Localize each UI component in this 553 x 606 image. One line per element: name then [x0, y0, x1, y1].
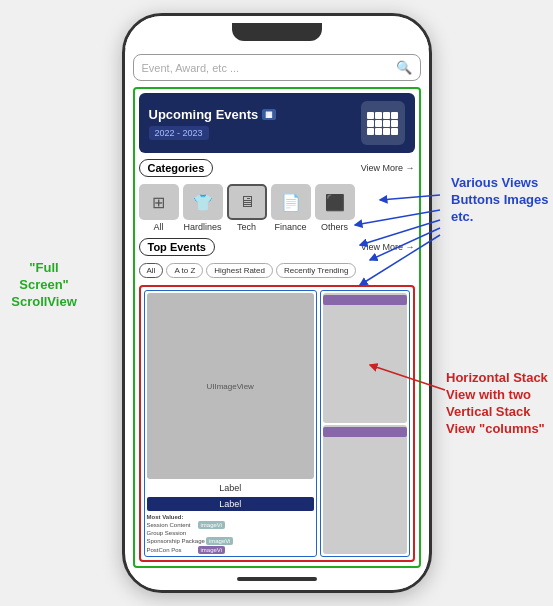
upcoming-years: 2022 - 2023	[149, 126, 209, 140]
cat-icon-all: ⊞	[139, 184, 179, 220]
filter-a-to-z[interactable]: A to Z	[166, 263, 203, 278]
phone-top	[125, 16, 429, 48]
cat-item-tech[interactable]: 🖥 Tech	[227, 184, 267, 232]
annotation-various-views: Various Views Buttons Images etc.	[451, 175, 551, 226]
screen: Event, Award, etc ... 🔍 Upcoming Events …	[125, 48, 429, 568]
categories-view-more[interactable]: View More →	[361, 163, 415, 173]
cat-item-finance[interactable]: 📄 Finance	[271, 184, 311, 232]
annotation-horizontal-stack: Horizontal Stack View with two Vertical …	[446, 370, 551, 438]
cat-icon-hardlines: 👕	[183, 184, 223, 220]
mini-tag-row-3: Sponsorship Package imageVi	[147, 537, 314, 545]
mini-tag-row-2: Group Session	[147, 530, 314, 536]
phone-bottom	[125, 568, 429, 590]
cat-item-all[interactable]: ⊞ All	[139, 184, 179, 232]
mini-tag-name-1: Session Content	[147, 522, 197, 528]
filter-row: All A to Z Highest Rated Recently Trendi…	[139, 263, 415, 278]
search-input[interactable]: Event, Award, etc ...	[142, 62, 396, 74]
calendar-icon	[361, 101, 405, 145]
right-card-1	[323, 293, 407, 423]
right-card-label-2	[323, 427, 407, 437]
upcoming-title: Upcoming Events ▦	[149, 107, 277, 122]
mini-tag-name-3: Sponsorship Package	[147, 538, 205, 544]
top-events-button[interactable]: Top Events	[139, 238, 215, 256]
ui-image-view-left: UIImageView	[147, 293, 314, 479]
top-events-view-more[interactable]: View More →	[361, 242, 415, 252]
search-bar[interactable]: Event, Award, etc ... 🔍	[133, 54, 421, 81]
calendar-grid	[367, 112, 398, 135]
right-card-label-1	[323, 295, 407, 305]
cat-label-finance: Finance	[274, 222, 306, 232]
upcoming-events-banner: Upcoming Events ▦ 2022 - 2023	[139, 93, 415, 153]
cat-label-all: All	[153, 222, 163, 232]
filter-all[interactable]: All	[139, 263, 164, 278]
cat-icon-finance: 📄	[271, 184, 311, 220]
cat-icon-tech: 🖥	[227, 184, 267, 220]
vstack-right	[320, 290, 410, 557]
cat-label-others: Others	[321, 222, 348, 232]
filter-recently-trending[interactable]: Recently Trending	[276, 263, 356, 278]
mini-tags: Most Valued: Session Content imageVi Gro…	[147, 514, 314, 554]
cat-item-hardlines[interactable]: 👕 Hardlines	[183, 184, 223, 232]
label-button[interactable]: Label	[147, 497, 314, 511]
label-text-1: Label	[147, 481, 314, 495]
cat-item-others[interactable]: ⬛ Others	[315, 184, 355, 232]
mini-tag-name-2: Group Session	[147, 530, 197, 536]
categories-header: Categories View More →	[139, 159, 415, 177]
filter-highest-rated[interactable]: Highest Rated	[206, 263, 273, 278]
vstack-left: UIImageView Label Label Most Valued: Ses…	[144, 290, 317, 557]
horizontal-stack-view: UIImageView Label Label Most Valued: Ses…	[139, 285, 415, 562]
most-valued-label: Most Valued:	[147, 514, 314, 520]
cat-icon-others: ⬛	[315, 184, 355, 220]
mini-tag-name-4: PostCon Pos	[147, 547, 197, 553]
phone-mockup: Event, Award, etc ... 🔍 Upcoming Events …	[122, 13, 432, 593]
top-events-header: Top Events View More →	[139, 238, 415, 256]
upcoming-text-block: Upcoming Events ▦ 2022 - 2023	[149, 107, 277, 140]
cat-label-hardlines: Hardlines	[183, 222, 221, 232]
annotation-fullscreen: "Full Screen" ScrollView	[4, 260, 84, 311]
mini-tag-badge-4: imageVi	[198, 546, 226, 554]
mini-tag-badge-3: imageVi	[206, 537, 234, 545]
mini-tag-row-4: PostCon Pos imageVi	[147, 546, 314, 554]
outer-wrapper: "Full Screen" ScrollView Various Views B…	[0, 0, 553, 606]
mini-tag-row-1: Session Content imageVi	[147, 521, 314, 529]
upcoming-badge: ▦	[262, 109, 276, 120]
notch	[232, 23, 322, 41]
cat-label-tech: Tech	[237, 222, 256, 232]
search-icon[interactable]: 🔍	[396, 60, 412, 75]
categories-button[interactable]: Categories	[139, 159, 214, 177]
scrollview-full-screen: Upcoming Events ▦ 2022 - 2023	[133, 87, 421, 568]
home-indicator	[237, 577, 317, 581]
mini-tag-badge-1: imageVi	[198, 521, 226, 529]
category-row: ⊞ All 👕 Hardlines 🖥 Tech 📄 Finance	[139, 184, 415, 232]
right-card-2	[323, 425, 407, 555]
